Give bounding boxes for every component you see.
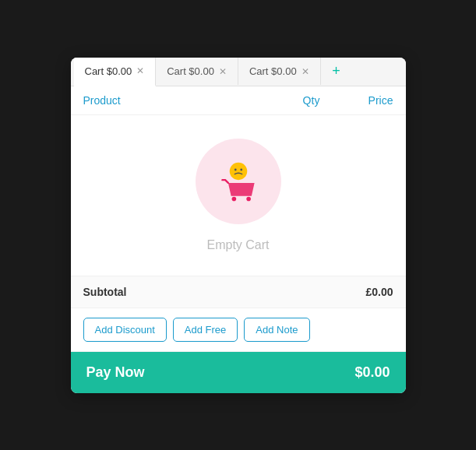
column-qty: Qty	[284, 94, 339, 107]
add-discount-button[interactable]: Add Discount	[83, 318, 167, 342]
svg-point-0	[229, 162, 247, 180]
pay-now-label: Pay Now	[86, 364, 145, 381]
tab-3-close[interactable]: ✕	[301, 67, 309, 76]
tab-1-close[interactable]: ✕	[136, 66, 144, 76]
add-note-button[interactable]: Add Note	[244, 318, 309, 342]
action-buttons: Add Discount Add Free Add Note	[71, 308, 406, 352]
column-headers: Product Qty Price	[71, 86, 406, 115]
empty-cart-icon-circle	[196, 139, 281, 224]
svg-point-2	[240, 168, 242, 171]
tabs-bar: Cart $0.00 ✕ Cart $0.00 ✕ Cart $0.00 ✕ +	[71, 58, 406, 86]
tab-1-label: Cart $0.00	[85, 65, 132, 77]
tab-2-label: Cart $0.00	[167, 65, 214, 77]
tab-3-label: Cart $0.00	[249, 65, 297, 77]
tab-2-close[interactable]: ✕	[219, 67, 227, 76]
svg-point-4	[246, 196, 251, 201]
tab-2[interactable]: Cart $0.00 ✕	[156, 58, 238, 85]
subtotal-row: Subtotal £0.00	[71, 276, 406, 308]
tab-1[interactable]: Cart $0.00 ✕	[74, 58, 157, 86]
empty-cart-icon	[215, 158, 262, 205]
svg-point-3	[231, 196, 236, 201]
pay-now-amount: $0.00	[354, 364, 390, 381]
column-product: Product	[83, 94, 284, 107]
add-tab-icon: +	[332, 63, 340, 79]
empty-cart-text: Empty Cart	[206, 238, 269, 252]
tab-3[interactable]: Cart $0.00 ✕	[238, 58, 321, 85]
cart-body: Empty Cart	[71, 115, 406, 276]
pos-container: Cart $0.00 ✕ Cart $0.00 ✕ Cart $0.00 ✕ +…	[71, 58, 406, 393]
add-tab-button[interactable]: +	[324, 59, 349, 84]
subtotal-label: Subtotal	[83, 286, 127, 298]
column-price: Price	[339, 94, 393, 107]
svg-point-1	[234, 168, 236, 171]
subtotal-value: £0.00	[365, 286, 393, 298]
add-free-button[interactable]: Add Free	[173, 318, 238, 342]
pay-now-bar[interactable]: Pay Now $0.00	[71, 352, 406, 393]
